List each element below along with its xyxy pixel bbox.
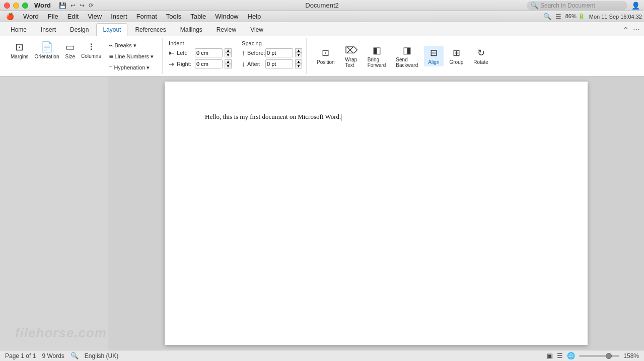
spacing-after-down[interactable]: ▼ [295, 64, 302, 68]
rotate-label: Rotate [473, 59, 488, 65]
save-icon[interactable]: 💾 [59, 2, 66, 9]
web-view-icon[interactable]: 🌐 [567, 352, 575, 359]
document-title: Document2 [305, 2, 338, 9]
tab-home[interactable]: Home [4, 23, 33, 36]
maximize-button[interactable] [22, 3, 28, 9]
menu-edit[interactable]: Edit [63, 12, 83, 21]
columns-button[interactable]: ⫶ Columns [79, 39, 103, 60]
send-backward-button[interactable]: ◨ SendBackward [392, 43, 422, 69]
spacing-before-up[interactable]: ▲ [295, 48, 302, 53]
indent-right-row: ⇥ Right: 0 cm ▲ ▼ [169, 59, 232, 68]
breaks-hyphenation-section: ⌁ Breaks ▾ ≡ Line Numbers ▾ ⁻ Hyphenatio… [104, 39, 158, 74]
zoom-slider[interactable] [579, 355, 619, 357]
ribbon-options-icon[interactable]: ⋯ [633, 26, 640, 34]
words-count: 9 Words [42, 352, 64, 359]
position-button[interactable]: ⊡ Position [313, 46, 339, 66]
spotlight-icon[interactable]: 🔍 [543, 13, 551, 20]
search-icon: 🔍 [531, 2, 538, 9]
ribbon-tabs: Home Insert Design Layout References Mai… [0, 22, 644, 36]
margins-button[interactable]: ⊡ Margins [8, 39, 31, 61]
indent-right-up[interactable]: ▲ [225, 59, 232, 64]
menu-window[interactable]: Window [211, 12, 242, 21]
indent-title: Indent [169, 40, 232, 46]
tab-view[interactable]: View [244, 23, 270, 36]
clock: Mon 11 Sep 16:04:32 [589, 14, 642, 20]
titlebar: Word 💾 ↩ ↪ ⟳ Document2 🔍 Search in Docum… [0, 0, 644, 11]
menu-view[interactable]: View [84, 12, 106, 21]
tab-mailings[interactable]: Mailings [174, 23, 209, 36]
wrap-text-button[interactable]: ⌦ WrapText [341, 43, 362, 69]
spacing-after-up[interactable]: ▲ [295, 59, 302, 64]
menu-insert[interactable]: Insert [107, 12, 131, 21]
orientation-button[interactable]: 📄 Orientation [32, 39, 62, 61]
close-button[interactable] [4, 3, 10, 9]
traffic-lights [4, 3, 28, 9]
group-button[interactable]: ⊞ Group [446, 46, 468, 66]
indent-right-down[interactable]: ▼ [225, 64, 232, 68]
hyphenation-button[interactable]: ⁻ Hyphenation ▾ [106, 62, 156, 73]
spacing-before-row: ↑ Before: 0 pt ▲ ▼ [242, 48, 302, 57]
menu-word[interactable]: Word [19, 12, 43, 21]
tab-insert[interactable]: Insert [34, 23, 62, 36]
document-content[interactable]: Hello, this is my first document on Micr… [205, 112, 547, 122]
rotate-icon: ↻ [477, 47, 485, 58]
send-backward-icon: ◨ [403, 45, 411, 56]
rotate-button[interactable]: ↻ Rotate [469, 46, 492, 66]
indent-left-down[interactable]: ▼ [225, 53, 232, 57]
spacing-section: Spacing ↑ Before: 0 pt ▲ ▼ ↓ After: 0 pt [242, 40, 302, 68]
tab-layout[interactable]: Layout [96, 23, 127, 36]
tab-design[interactable]: Design [63, 23, 95, 36]
titlebar-right: 🔍 Search in Document 👤 [527, 1, 640, 10]
spacing-before-label: Before: [247, 50, 263, 56]
undo-icon[interactable]: ↩ [70, 2, 76, 9]
breaks-label: Breaks ▾ [114, 42, 136, 49]
refresh-icon[interactable]: ⟳ [89, 2, 94, 9]
battery-status: 86% 🔋 [565, 13, 585, 20]
size-button[interactable]: ▭ Size [63, 39, 78, 61]
search-box[interactable]: 🔍 Search in Document [527, 1, 627, 10]
document-page[interactable]: Hello, this is my first document on Micr… [165, 82, 588, 345]
breaks-button[interactable]: ⌁ Breaks ▾ [106, 40, 156, 50]
tab-review[interactable]: Review [210, 23, 243, 36]
menu-apple[interactable]: 🍎 [2, 12, 18, 21]
menu-file[interactable]: File [44, 12, 62, 21]
zoom-thumb[interactable] [606, 353, 612, 359]
position-icon: ⊡ [322, 47, 329, 58]
menu-tools[interactable]: Tools [162, 12, 185, 21]
layout-view-icon[interactable]: ▣ [547, 352, 553, 359]
indent-left-input[interactable]: 0 cm [195, 48, 223, 57]
minimize-button[interactable] [13, 3, 19, 9]
document-area[interactable]: Hello, this is my first document on Micr… [108, 77, 644, 350]
control-center-icon[interactable]: ☰ [555, 13, 561, 20]
proofing-icon[interactable]: 🔍 [70, 352, 79, 359]
redo-icon[interactable]: ↪ [80, 2, 85, 9]
indent-right-icon: ⇥ [169, 60, 175, 68]
menu-help[interactable]: Help [244, 12, 265, 21]
spacing-after-input[interactable]: 0 pt [265, 59, 293, 68]
spacing-before-down[interactable]: ▼ [295, 53, 302, 57]
group-icon: ⊞ [453, 47, 460, 58]
spacing-before-input[interactable]: 0 pt [265, 48, 293, 57]
indent-left-spinners: ▲ ▼ [225, 48, 232, 57]
spacing-after-spinners: ▲ ▼ [295, 59, 302, 68]
tab-references[interactable]: References [128, 23, 172, 36]
margins-label: Margins [11, 54, 29, 59]
statusbar: Page 1 of 1 9 Words 🔍 English (UK) ▣ ☰ 🌐… [0, 350, 644, 361]
page-setup-group: ⊡ Margins 📄 Orientation ▭ Size ⫶ Columns… [4, 38, 163, 74]
menu-table[interactable]: Table [186, 12, 210, 21]
bring-forward-button[interactable]: ◧ BringForward [364, 43, 390, 69]
menu-format[interactable]: Format [132, 12, 161, 21]
collapse-ribbon-icon[interactable]: ⌃ [623, 26, 629, 34]
user-icon[interactable]: 👤 [631, 2, 640, 10]
indent-right-input[interactable]: 0 cm [195, 59, 223, 68]
read-mode-icon[interactable]: ☰ [557, 352, 563, 359]
spacing-title: Spacing [242, 40, 302, 46]
indent-right-spinners: ▲ ▼ [225, 59, 232, 68]
indent-left-up[interactable]: ▲ [225, 48, 232, 53]
menubar: 🍎 Word File Edit View Insert Format Tool… [0, 11, 644, 22]
line-numbers-icon: ≡ [109, 52, 113, 60]
align-button[interactable]: ⊟ Align [424, 46, 443, 66]
main-area: Hello, this is my first document on Micr… [0, 77, 644, 350]
spacing-before-spinners: ▲ ▼ [295, 48, 302, 57]
line-numbers-button[interactable]: ≡ Line Numbers ▾ [106, 51, 156, 61]
